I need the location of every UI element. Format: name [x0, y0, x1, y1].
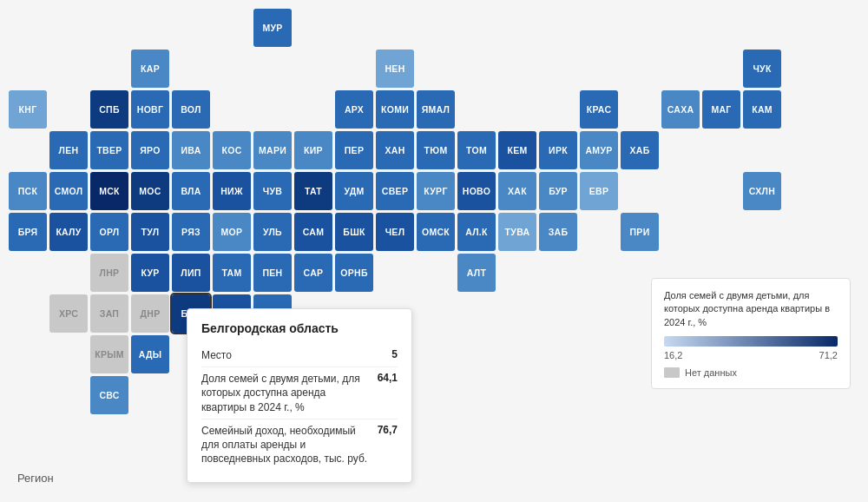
region-cell-мари[interactable]: МАРИ	[253, 131, 292, 169]
empty-cell	[49, 90, 88, 129]
region-cell-амур[interactable]: АМУР	[580, 131, 618, 169]
empty-cell	[621, 9, 659, 47]
region-cell-кир[interactable]: КИР	[294, 131, 332, 169]
empty-cell	[539, 90, 577, 129]
legend: Доля семей с двумя детьми, для которых д…	[651, 278, 851, 389]
region-cell-ады[interactable]: АДЫ	[131, 335, 169, 373]
region-cell-чел[interactable]: ЧЕЛ	[376, 213, 414, 251]
region-cell-коми[interactable]: КОМИ	[376, 90, 414, 129]
region-cell-крас[interactable]: КРАС	[580, 90, 618, 129]
empty-cell	[376, 9, 414, 47]
empty-cell	[335, 50, 373, 88]
region-cell-заб[interactable]: ЗАБ	[539, 213, 577, 251]
region-cell-евр[interactable]: ЕВР	[580, 172, 618, 210]
empty-cell	[580, 213, 618, 251]
region-cell-там[interactable]: ТАМ	[213, 254, 251, 292]
region-cell-пер[interactable]: ПЕР	[335, 131, 373, 169]
region-cell-омск[interactable]: ОМСК	[417, 213, 455, 251]
region-cell-свс[interactable]: СВС	[90, 376, 128, 414]
empty-cell	[498, 50, 536, 88]
region-cell-кург[interactable]: КУРГ	[417, 172, 455, 210]
empty-cell	[784, 213, 822, 251]
region-cell-том[interactable]: ТОМ	[457, 131, 496, 169]
empty-cell	[498, 90, 536, 129]
region-cell-арх[interactable]: АРХ	[335, 90, 373, 129]
region-cell-сам[interactable]: САМ	[294, 213, 332, 251]
tooltip-row: Место5	[201, 344, 398, 367]
region-cell-ново[interactable]: НОВО	[457, 172, 496, 210]
region-cell-орл[interactable]: ОРЛ	[90, 213, 128, 251]
region-cell-лнр[interactable]: ЛНР	[90, 254, 128, 292]
region-cell-вол[interactable]: ВОЛ	[172, 90, 210, 129]
region-cell-лен[interactable]: ЛЕН	[49, 131, 88, 169]
empty-cell	[580, 254, 618, 292]
region-cell-ирк[interactable]: ИРК	[539, 131, 577, 169]
region-cell-хрс[interactable]: ХРС	[49, 294, 88, 333]
region-cell-тюм[interactable]: ТЮМ	[417, 131, 455, 169]
region-cell-нен[interactable]: НЕН	[376, 50, 414, 88]
empty-cell	[131, 9, 169, 47]
region-cell-спб[interactable]: СПБ	[90, 90, 128, 129]
region-cell-ниж[interactable]: НИЖ	[213, 172, 251, 210]
region-cell-орнб[interactable]: ОРНБ	[335, 254, 373, 292]
region-cell-уль[interactable]: УЛЬ	[253, 213, 292, 251]
region-cell-чук[interactable]: ЧУК	[743, 50, 781, 88]
region-cell-при[interactable]: ПРИ	[621, 213, 659, 251]
region-cell-тува[interactable]: ТУВА	[498, 213, 536, 251]
empty-cell	[9, 335, 47, 373]
region-cell-хан[interactable]: ХАН	[376, 131, 414, 169]
region-cell-бря[interactable]: БРЯ	[9, 213, 47, 251]
region-cell-мур[interactable]: МУР	[253, 9, 292, 47]
region-cell-тул[interactable]: ТУЛ	[131, 213, 169, 251]
region-cell-схлн[interactable]: СХЛН	[743, 172, 781, 210]
region-cell-смол[interactable]: СМОЛ	[49, 172, 88, 210]
region-cell-чув[interactable]: ЧУВ	[253, 172, 292, 210]
tooltip-row-value: 64,1	[378, 372, 398, 384]
empty-cell	[784, 9, 822, 47]
empty-cell	[539, 254, 577, 292]
region-cell-кнг[interactable]: КНГ	[9, 90, 47, 129]
region-cell-зап[interactable]: ЗАП	[90, 294, 128, 333]
region-cell-мор[interactable]: МОР	[213, 213, 251, 251]
region-cell-кар[interactable]: КАР	[131, 50, 169, 88]
empty-cell	[743, 213, 781, 251]
region-cell-хаб[interactable]: ХАБ	[621, 131, 659, 169]
region-cell-бур[interactable]: БУР	[539, 172, 577, 210]
region-cell-кам[interactable]: КАМ	[743, 90, 781, 129]
region-cell-бшк[interactable]: БШК	[335, 213, 373, 251]
region-cell-твер[interactable]: ТВЕР	[90, 131, 128, 169]
region-cell-тат[interactable]: ТАТ	[294, 172, 332, 210]
region-cell-яро[interactable]: ЯРО	[131, 131, 169, 169]
region-cell-сар[interactable]: САР	[294, 254, 332, 292]
region-cell-ямал[interactable]: ЯМАЛ	[417, 90, 455, 129]
region-cell-маг[interactable]: МАГ	[702, 90, 740, 129]
region-cell-ива[interactable]: ИВА	[172, 131, 210, 169]
region-cell-лип[interactable]: ЛИП	[172, 254, 210, 292]
region-cell-хак[interactable]: ХАК	[498, 172, 536, 210]
region-cell-новг[interactable]: НОВГ	[131, 90, 169, 129]
region-cell-свер[interactable]: СВЕР	[376, 172, 414, 210]
region-cell-мск[interactable]: МСК	[90, 172, 128, 210]
region-cell-мос[interactable]: МОС	[131, 172, 169, 210]
region-cell-алт[interactable]: АЛТ	[457, 254, 496, 292]
empty-cell	[498, 254, 536, 292]
region-cell-крым[interactable]: КРЫМ	[90, 335, 128, 373]
region-cell-удм[interactable]: УДМ	[335, 172, 373, 210]
region-label: Регион	[17, 472, 54, 485]
region-cell-днр[interactable]: ДНР	[131, 294, 169, 333]
region-cell-калу[interactable]: КАЛУ	[49, 213, 88, 251]
region-cell-ал.к[interactable]: АЛ.К	[457, 213, 496, 251]
region-cell-пск[interactable]: ПСК	[9, 172, 47, 210]
region-cell-пен[interactable]: ПЕН	[253, 254, 292, 292]
empty-cell	[49, 50, 88, 88]
region-cell-ряз[interactable]: РЯЗ	[172, 213, 210, 251]
empty-cell	[498, 376, 536, 414]
region-cell-кур[interactable]: КУР	[131, 254, 169, 292]
empty-cell	[294, 90, 332, 129]
empty-cell	[539, 9, 577, 47]
empty-cell	[580, 50, 618, 88]
region-cell-вла[interactable]: ВЛА	[172, 172, 210, 210]
region-cell-саха[interactable]: САХА	[661, 90, 700, 129]
region-cell-кем[interactable]: КЕМ	[498, 131, 536, 169]
region-cell-кос[interactable]: КОС	[213, 131, 251, 169]
